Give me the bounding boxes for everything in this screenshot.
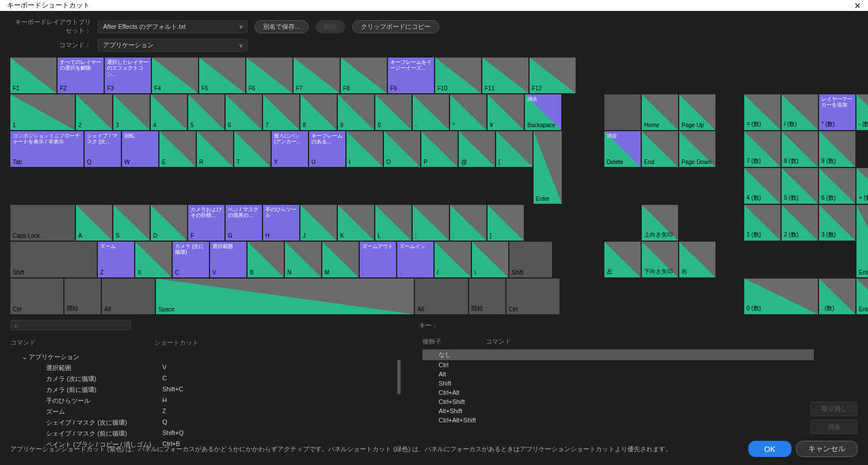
key-Shift[interactable]: Shift bbox=[10, 242, 97, 277]
modifier-row[interactable]: Ctrl+Alt+Shift bbox=[422, 416, 814, 425]
key-W[interactable]: 回転W bbox=[122, 131, 158, 167]
tree-row[interactable]: シェイプ / マスク (前に循環)Shift+Q bbox=[10, 428, 396, 439]
key-Ctrl[interactable]: Ctrl bbox=[10, 279, 63, 314]
key-F4[interactable]: F4 bbox=[152, 58, 198, 93]
key-:[interactable]: : bbox=[450, 205, 486, 241]
key-M[interactable]: M bbox=[322, 242, 359, 277]
key-Home[interactable]: Home bbox=[642, 94, 678, 130]
key-開始[interactable]: 開始 bbox=[64, 279, 101, 314]
key-7[interactable]: 7 bbox=[263, 94, 299, 130]
key-F[interactable]: カメラおよびその目標...F bbox=[188, 205, 224, 241]
key-H[interactable]: 手のひらツールH bbox=[263, 205, 299, 241]
key-[[interactable]: [ bbox=[496, 131, 532, 167]
tree-row[interactable]: カメラ (次に循環)C bbox=[10, 373, 396, 384]
key-Page Up[interactable]: Page Up bbox=[679, 94, 715, 130]
key-1[interactable]: 1 bbox=[10, 94, 75, 130]
search-input[interactable]: ⌕ bbox=[10, 320, 131, 330]
key-blank[interactable] bbox=[604, 94, 641, 130]
key-P[interactable]: P bbox=[421, 131, 458, 167]
key-I[interactable]: I bbox=[347, 131, 383, 167]
key--[interactable]: - bbox=[413, 94, 449, 130]
ok-button[interactable]: OK bbox=[748, 441, 791, 457]
key-O[interactable]: O bbox=[384, 131, 420, 167]
key-Space[interactable]: Space bbox=[156, 279, 414, 314]
modifier-row[interactable]: Shift bbox=[422, 379, 814, 388]
tree-row[interactable]: カメラ (前に循環)Shift+C bbox=[10, 384, 396, 395]
key-L[interactable]: L bbox=[375, 205, 412, 241]
key-9[interactable]: 9 bbox=[338, 94, 374, 130]
key-R[interactable]: R bbox=[197, 131, 233, 167]
key-7 (数)[interactable]: 7 (数) bbox=[744, 131, 781, 167]
key-F2[interactable]: すべてのレイヤーの選択を解除F2 bbox=[58, 58, 104, 93]
modifier-row[interactable]: Alt+Shift bbox=[422, 406, 814, 416]
command-select[interactable]: アプリケーションⅴ bbox=[98, 39, 248, 52]
key-Enter[interactable]: Enter bbox=[856, 205, 868, 277]
key-F8[interactable]: F8 bbox=[341, 58, 387, 93]
tree-row[interactable]: 手のひらツールH bbox=[10, 395, 396, 406]
key-,[interactable]: ズームアウト, bbox=[360, 242, 396, 277]
key-/[interactable]: / bbox=[435, 242, 471, 277]
key-B[interactable]: B bbox=[248, 242, 284, 277]
key-A[interactable]: A bbox=[76, 205, 112, 241]
key-T[interactable]: T bbox=[234, 131, 271, 167]
scrollbar[interactable] bbox=[397, 360, 401, 394]
modifier-row[interactable]: Ctrl+Alt bbox=[422, 388, 814, 397]
key-+ (数)[interactable]: + (数) bbox=[856, 168, 868, 204]
key-4[interactable]: 4 bbox=[151, 94, 187, 130]
tree-row[interactable]: ズームZ bbox=[10, 406, 396, 417]
modifier-list[interactable]: なしCtrlAltShiftCtrl+AltCtrl+ShiftAlt+Shif… bbox=[422, 349, 814, 425]
key-E[interactable]: E bbox=[159, 131, 196, 167]
key-6[interactable]: 6 bbox=[226, 94, 262, 130]
key-^[interactable]: ^ bbox=[450, 94, 486, 130]
key-End[interactable]: End bbox=[642, 131, 678, 167]
close-icon[interactable]: ✕ bbox=[854, 1, 861, 10]
key-下向き矢印[interactable]: 下向き矢印 bbox=[642, 242, 678, 277]
key-= (数)[interactable]: = (数) bbox=[744, 94, 781, 130]
key-上向き矢印[interactable]: 上向き矢印 bbox=[642, 205, 678, 241]
key-F12[interactable]: F12 bbox=[530, 58, 576, 93]
key-;[interactable]: ; bbox=[413, 205, 449, 241]
key-Q[interactable]: シェイプ / マスク (次...Q bbox=[85, 131, 121, 167]
tree-row[interactable]: シェイプ / マスク (次に循環)Q bbox=[10, 417, 396, 428]
preset-select[interactable]: After Effects のデフォルト.txtⅴ bbox=[98, 20, 248, 33]
key-Enter[interactable]: Enter bbox=[856, 279, 868, 314]
key-F11[interactable]: F11 bbox=[482, 58, 528, 93]
key-@[interactable]: @ bbox=[459, 131, 495, 167]
key-\[interactable]: \ bbox=[472, 242, 508, 277]
key-9 (数)[interactable]: 9 (数) bbox=[819, 131, 855, 167]
key-2 (数)[interactable]: 2 (数) bbox=[782, 205, 818, 241]
key-3[interactable]: 3 bbox=[113, 94, 150, 130]
key-* (数)[interactable]: レイヤーマーカーを追加* (数) bbox=[819, 94, 855, 130]
key-8 (数)[interactable]: 8 (数) bbox=[782, 131, 818, 167]
key-Backspace[interactable]: 消去Backspace bbox=[525, 94, 561, 130]
key-8[interactable]: 8 bbox=[300, 94, 337, 130]
key-0 (数)[interactable]: 0 (数) bbox=[744, 279, 818, 314]
key-3 (数)[interactable]: 3 (数) bbox=[819, 205, 855, 241]
modifier-row[interactable]: なし bbox=[422, 349, 814, 360]
key-Z[interactable]: ズームZ bbox=[98, 242, 134, 277]
key-F5[interactable]: F5 bbox=[199, 58, 245, 93]
cancel-button[interactable]: キャンセル bbox=[796, 441, 858, 457]
copy-clipboard-button[interactable]: クリップボードにコピー bbox=[352, 20, 439, 33]
key-F3[interactable]: 選択したレイヤーのエフェクトコン...F3 bbox=[105, 58, 151, 93]
key-D[interactable]: D bbox=[151, 205, 187, 241]
key-N[interactable]: N bbox=[285, 242, 321, 277]
key-Delete[interactable]: 消去Delete bbox=[604, 131, 641, 167]
key-F9[interactable]: キーフレームをイージーイーズ...F9 bbox=[388, 58, 434, 93]
key-開始[interactable]: 開始 bbox=[469, 279, 505, 314]
key-F7[interactable]: F7 bbox=[294, 58, 340, 93]
key-J[interactable]: J bbox=[300, 205, 337, 241]
key-/ (数)[interactable]: / (数) bbox=[782, 94, 818, 130]
key-¥[interactable]: ¥ bbox=[488, 94, 524, 130]
key-Alt[interactable]: Alt bbox=[102, 279, 155, 314]
modifier-row[interactable]: Ctrl bbox=[422, 360, 814, 369]
key-左[interactable]: 左 bbox=[604, 242, 641, 277]
key-V[interactable]: 選択範囲V bbox=[210, 242, 246, 277]
key-][interactable]: ] bbox=[488, 205, 524, 241]
modifier-row[interactable]: Alt bbox=[422, 369, 814, 379]
modifier-row[interactable]: Ctrl+Shift bbox=[422, 397, 814, 406]
command-tree[interactable]: ⌄ アプリケーション選択範囲Vカメラ (次に循環)Cカメラ (前に循環)Shif… bbox=[10, 352, 396, 450]
key-.[interactable]: ズームイン. bbox=[397, 242, 433, 277]
key-Y[interactable]: 後ろにパン (アンカー...Y bbox=[272, 131, 308, 167]
key-F10[interactable]: F10 bbox=[435, 58, 481, 93]
